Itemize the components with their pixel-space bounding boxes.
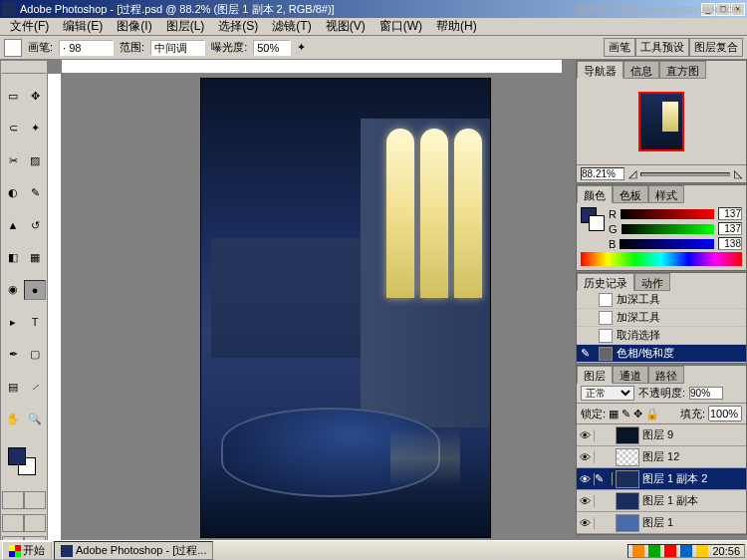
menu-filter[interactable]: 滤镜(T): [266, 17, 317, 36]
color-bg-swatch[interactable]: [589, 215, 605, 231]
heal-tool[interactable]: ◐: [2, 183, 24, 203]
canvas-viewport[interactable]: [62, 74, 562, 540]
visibility-icon[interactable]: 👁: [577, 473, 595, 485]
lasso-tool[interactable]: ⊂: [2, 119, 24, 139]
g-slider[interactable]: [622, 224, 714, 234]
tray-icon[interactable]: [648, 545, 660, 557]
history-item[interactable]: 加深工具: [577, 291, 746, 309]
gradient-tool[interactable]: ▦: [24, 248, 46, 268]
palette-brushes[interactable]: 画笔: [604, 38, 635, 57]
tab-paths[interactable]: 路径: [648, 366, 684, 384]
tab-layers[interactable]: 图层: [577, 366, 613, 384]
menu-layer[interactable]: 图层(L): [160, 17, 211, 36]
lock-trans-icon[interactable]: ▦: [609, 408, 619, 420]
b-input[interactable]: [718, 237, 742, 250]
tray-icon[interactable]: [696, 545, 708, 557]
menu-edit[interactable]: 编辑(E): [57, 17, 109, 36]
r-slider[interactable]: [621, 209, 714, 219]
menu-view[interactable]: 视图(V): [320, 17, 372, 36]
navigator-zoom-slider[interactable]: [640, 172, 730, 176]
tab-histogram[interactable]: 直方图: [659, 61, 706, 79]
foreground-swatch[interactable]: [8, 447, 26, 465]
path-tool[interactable]: ▸: [2, 312, 24, 332]
palette-presets[interactable]: 工具预设: [635, 38, 689, 57]
marquee-tool[interactable]: ▭: [2, 86, 24, 106]
standard-mode[interactable]: [2, 491, 24, 509]
zoom-tool[interactable]: 🔍: [24, 410, 46, 429]
menu-file[interactable]: 文件(F): [4, 17, 55, 36]
screen-mode-2[interactable]: [24, 514, 46, 532]
fill-input[interactable]: [708, 406, 742, 421]
tab-actions[interactable]: 动作: [634, 273, 670, 291]
toolbox-header[interactable]: [2, 62, 46, 74]
system-tray[interactable]: 20:56: [627, 544, 745, 558]
tab-info[interactable]: 信息: [623, 61, 659, 79]
layer-row[interactable]: 👁✎图层 1 副本 2: [577, 468, 746, 490]
menu-select[interactable]: 选择(S): [212, 17, 264, 36]
color-swatches[interactable]: [2, 445, 46, 475]
layer-row[interactable]: 👁图层 1 副本: [577, 490, 746, 512]
tab-history[interactable]: 历史记录: [577, 273, 634, 291]
brush-tool[interactable]: ✎: [24, 183, 46, 203]
navigator-zoom-input[interactable]: [581, 167, 624, 180]
blur-tool[interactable]: ◉: [2, 280, 24, 300]
tab-styles[interactable]: 样式: [648, 185, 684, 203]
tray-clock[interactable]: 20:56: [712, 545, 740, 557]
layer-row[interactable]: 👁图层 9: [577, 424, 746, 446]
type-tool[interactable]: T: [24, 312, 46, 332]
move-tool[interactable]: ✥: [24, 86, 46, 106]
tray-icon[interactable]: [664, 545, 676, 557]
opacity-input[interactable]: [689, 387, 723, 400]
exposure-input[interactable]: 50%: [253, 40, 291, 56]
visibility-icon[interactable]: 👁: [577, 495, 595, 507]
quickmask-mode[interactable]: [24, 491, 46, 509]
history-brush-tool[interactable]: ↺: [24, 215, 46, 235]
airbrush-icon[interactable]: ✦: [297, 41, 306, 54]
lock-all-icon[interactable]: 🔒: [645, 408, 659, 420]
b-slider[interactable]: [620, 239, 714, 249]
tab-color[interactable]: 颜色: [577, 185, 613, 203]
stamp-tool[interactable]: ▲: [2, 215, 24, 235]
lock-paint-icon[interactable]: ✎: [622, 408, 630, 420]
slice-tool[interactable]: ▨: [24, 150, 46, 170]
notes-tool[interactable]: ▤: [2, 377, 24, 397]
hand-tool[interactable]: ✋: [2, 410, 24, 429]
brush-preset[interactable]: · 98: [59, 40, 114, 56]
brush-icon[interactable]: ✎: [595, 472, 613, 485]
history-item[interactable]: 加深工具: [577, 309, 746, 327]
screen-mode-1[interactable]: [2, 514, 24, 532]
eyedropper-tool[interactable]: ⟋: [24, 377, 46, 397]
ruler-vertical[interactable]: [48, 74, 62, 546]
tray-icon[interactable]: [680, 545, 692, 557]
pen-tool[interactable]: ✒: [2, 345, 24, 365]
tray-icon[interactable]: [632, 545, 644, 557]
menu-window[interactable]: 窗口(W): [374, 17, 428, 36]
tab-channels[interactable]: 通道: [613, 366, 648, 384]
navigator-thumb[interactable]: [638, 92, 684, 151]
history-item[interactable]: ✎色相/饱和度: [577, 345, 746, 363]
tab-swatches[interactable]: 色板: [613, 185, 648, 203]
document-canvas[interactable]: [201, 79, 490, 537]
color-spectrum[interactable]: [581, 252, 742, 266]
visibility-icon[interactable]: 👁: [577, 429, 595, 441]
ruler-horizontal[interactable]: [62, 60, 562, 74]
zoom-in-icon[interactable]: ◺: [734, 167, 742, 180]
shape-tool[interactable]: ▢: [24, 345, 46, 365]
layer-row[interactable]: 👁图层 1: [577, 512, 746, 534]
visibility-icon[interactable]: 👁: [577, 517, 595, 529]
g-input[interactable]: [718, 222, 742, 235]
crop-tool[interactable]: ✂: [2, 150, 24, 170]
start-button[interactable]: 开始: [2, 541, 52, 560]
menu-help[interactable]: 帮助(H): [430, 17, 483, 36]
history-item[interactable]: 取消选择: [577, 327, 746, 345]
palette-comps[interactable]: 图层复合: [689, 38, 743, 57]
lock-move-icon[interactable]: ✥: [633, 408, 642, 420]
tab-navigator[interactable]: 导航器: [577, 61, 623, 79]
layer-row[interactable]: 👁图层 12: [577, 446, 746, 468]
eraser-tool[interactable]: ◧: [2, 248, 24, 268]
taskbar-app-button[interactable]: Adobe Photoshop - [过程...: [54, 541, 213, 560]
blend-mode-select[interactable]: 正常: [581, 386, 634, 401]
zoom-out-icon[interactable]: ◿: [628, 167, 636, 180]
current-tool-icon[interactable]: [4, 39, 22, 57]
r-input[interactable]: [718, 207, 742, 220]
